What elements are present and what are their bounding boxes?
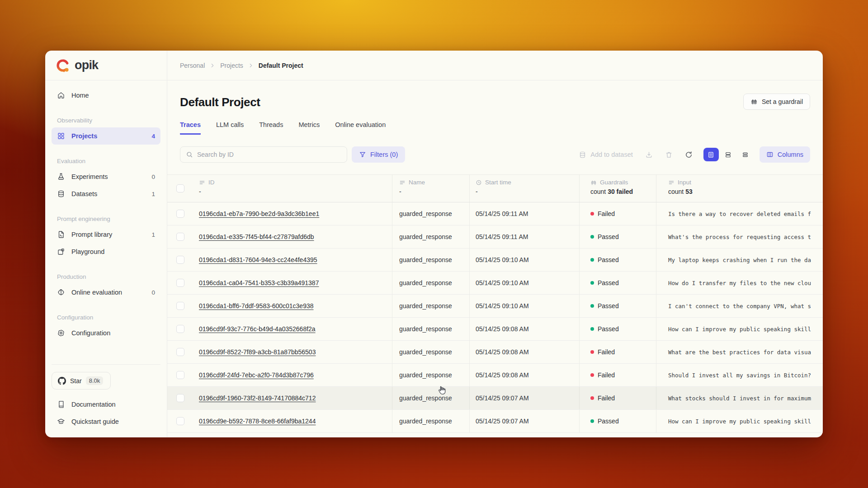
row-checkbox[interactable] xyxy=(176,256,184,264)
brand[interactable]: opik xyxy=(45,51,167,80)
sidebar-section-title: Production xyxy=(52,269,160,284)
sidebar-item-online-evaluation[interactable]: Online evaluation0 xyxy=(52,284,160,301)
trace-id-link[interactable]: 0196cda1-ca04-7541-b353-c3b39a491387 xyxy=(199,279,319,286)
trace-id-link[interactable]: 0196cda1-e335-7f45-bf44-c27879afd6db xyxy=(199,233,314,240)
row-checkbox[interactable] xyxy=(176,371,184,379)
row-checkbox[interactable] xyxy=(176,302,184,310)
sidebar-item-label: Quickstart guide xyxy=(71,418,155,425)
sidebar-item-home[interactable]: Home xyxy=(52,87,160,104)
sidebar-item-label: Experiments xyxy=(71,173,145,180)
set-guardrail-button[interactable]: Set a guardrail xyxy=(743,94,810,110)
trace-name: guarded_response xyxy=(392,318,469,340)
sidebar-item-documentation[interactable]: Documentation xyxy=(52,396,160,413)
row-checkbox-cell xyxy=(167,302,191,310)
table-row[interactable]: 0196cd9f-24fd-7ebc-a2f0-784d3b87c796guar… xyxy=(167,364,823,387)
text-rows-icon xyxy=(668,179,675,186)
sidebar-item-prompt-library[interactable]: Prompt library1 xyxy=(52,226,160,243)
sidebar-item-count: 4 xyxy=(151,133,155,140)
trace-guardrail-cell: Passed xyxy=(579,225,656,248)
table-row[interactable]: 0196cda1-d831-7604-94e3-cc24e4fe4395guar… xyxy=(167,249,823,272)
trace-id-link[interactable]: 0196cd9f-8522-7f89-a3cb-81a87bb56503 xyxy=(199,348,316,356)
trace-id-link[interactable]: 0196cda1-d831-7604-94e3-cc24e4fe4395 xyxy=(199,256,317,263)
export-download-button[interactable] xyxy=(641,147,657,162)
density-large-toggle[interactable] xyxy=(703,148,719,161)
tab-llm-calls[interactable]: LLM calls xyxy=(216,121,244,135)
filters-button[interactable]: Filters (0) xyxy=(352,146,405,163)
sidebar-item-experiments[interactable]: Experiments0 xyxy=(52,168,160,185)
set-guardrail-label: Set a guardrail xyxy=(762,98,803,105)
row-checkbox[interactable] xyxy=(176,279,184,287)
trash-icon xyxy=(665,151,673,159)
experiments-icon xyxy=(57,173,65,181)
table-row[interactable]: 0196cda1-e335-7f45-bf44-c27879afd6dbguar… xyxy=(167,225,823,249)
trace-guardrail-cell: Failed xyxy=(579,387,656,409)
row-checkbox[interactable] xyxy=(176,348,184,356)
status-label: Failed xyxy=(598,371,615,379)
row-checkbox[interactable] xyxy=(176,233,184,241)
table-row[interactable]: 0196cda1-bff6-7ddf-9583-600c01c3e938guar… xyxy=(167,295,823,318)
sidebar-item-configuration[interactable]: Configuration xyxy=(52,324,160,342)
column-sub-guardrails: count 30 failed xyxy=(590,188,656,195)
trace-start-time: 05/14/25 09:10 AM xyxy=(469,249,579,271)
trace-start-time: 05/14/25 09:08 AM xyxy=(469,341,579,363)
refresh-button[interactable] xyxy=(681,147,697,162)
table-row[interactable]: 0196cd9e-b592-7878-8ce8-66faf9ba1244guar… xyxy=(167,410,823,433)
status-label: Passed xyxy=(598,279,619,286)
table-row[interactable]: 0196cd9f-1960-73f2-8149-74170884c712guar… xyxy=(167,387,823,410)
table-row[interactable]: 0196cd9f-93c7-776c-b49d-4a0352668f2aguar… xyxy=(167,318,823,341)
column-header-id[interactable]: ID - xyxy=(191,175,392,202)
sidebar-item-datasets[interactable]: Datasets1 xyxy=(52,185,160,202)
tab-metrics[interactable]: Metrics xyxy=(298,121,320,135)
trace-start-time: 05/14/25 09:10 AM xyxy=(469,295,579,317)
tab-online-evaluation[interactable]: Online evaluation xyxy=(335,121,386,135)
column-header-start-time[interactable]: Start time - xyxy=(469,175,579,202)
select-all-checkbox[interactable] xyxy=(176,184,184,192)
app-window: opik HomeObservabilityProjects4Evaluatio… xyxy=(45,51,823,437)
sidebar-item-playground[interactable]: Playground xyxy=(52,243,160,260)
row-checkbox[interactable] xyxy=(176,417,184,425)
breadcrumb-projects[interactable]: Projects xyxy=(220,62,243,69)
row-checkbox[interactable] xyxy=(176,325,184,333)
delete-button[interactable] xyxy=(661,147,677,162)
row-checkbox[interactable] xyxy=(176,394,184,402)
columns-button[interactable]: Columns xyxy=(760,146,810,163)
table-row[interactable]: 0196cda1-ca04-7541-b353-c3b39a491387guar… xyxy=(167,272,823,295)
column-header-input[interactable]: Input count 53 xyxy=(656,175,823,202)
breadcrumb-personal[interactable]: Personal xyxy=(180,62,205,69)
table-row[interactable]: 0196cda1-eb7a-7990-be2d-9a3dc36b1ee1guar… xyxy=(167,202,823,225)
table-row[interactable]: 0196cd9f-8522-7f89-a3cb-81a87bb56503guar… xyxy=(167,341,823,364)
trace-guardrail-cell: Passed xyxy=(579,295,656,317)
sidebar-section-title: Prompt engineering xyxy=(52,211,160,226)
trace-id-link[interactable]: 0196cd9f-93c7-776c-b49d-4a0352668f2a xyxy=(199,325,316,333)
column-header-name[interactable]: Name - xyxy=(392,175,469,202)
trace-id-link[interactable]: 0196cd9f-24fd-7ebc-a2f0-784d3b87c796 xyxy=(199,371,314,379)
density-medium-toggle[interactable] xyxy=(721,148,736,161)
trace-name: guarded_response xyxy=(392,272,469,294)
search-input[interactable] xyxy=(197,151,341,158)
tab-threads[interactable]: Threads xyxy=(259,121,283,135)
trace-id-link[interactable]: 0196cda1-eb7a-7990-be2d-9a3dc36b1ee1 xyxy=(199,210,319,217)
trace-id-link[interactable]: 0196cd9e-b592-7878-8ce8-66faf9ba1244 xyxy=(199,418,316,425)
status-label: Passed xyxy=(598,256,619,263)
trace-input-text: I can't connect to the company VPN, what… xyxy=(656,295,823,317)
sidebar-item-count: 0 xyxy=(151,289,155,296)
star-count-badge: 8.0k xyxy=(86,376,104,385)
column-header-guardrails[interactable]: Guardrails count 30 failed xyxy=(579,175,656,202)
sidebar-item-quickstart-guide[interactable]: Quickstart guide xyxy=(52,413,160,430)
trace-input-text: Should I invest all my savings in Bitcoi… xyxy=(656,364,823,386)
github-star-button[interactable]: Star 8.0k xyxy=(52,372,111,389)
trace-id-link[interactable]: 0196cda1-bff6-7ddf-9583-600c01c3e938 xyxy=(199,302,314,310)
sidebar-footer: Star 8.0k DocumentationQuickstart guide xyxy=(45,360,167,437)
trace-input-text: My laptop keeps crashing when I run the … xyxy=(656,249,823,271)
trace-id-link[interactable]: 0196cd9f-1960-73f2-8149-74170884c712 xyxy=(199,394,316,402)
row-checkbox[interactable] xyxy=(176,210,184,218)
tab-traces[interactable]: Traces xyxy=(180,121,201,135)
status-label: Failed xyxy=(598,348,615,356)
row-checkbox-cell xyxy=(167,371,191,379)
add-to-dataset-button[interactable]: Add to dataset xyxy=(574,151,637,159)
density-small-toggle[interactable] xyxy=(738,148,753,161)
status-label: Passed xyxy=(598,325,619,333)
toolbar-right: Add to dataset xyxy=(574,146,810,163)
trace-input-text: What are the best practices for data vis… xyxy=(656,341,823,363)
sidebar-item-projects[interactable]: Projects4 xyxy=(52,127,160,145)
